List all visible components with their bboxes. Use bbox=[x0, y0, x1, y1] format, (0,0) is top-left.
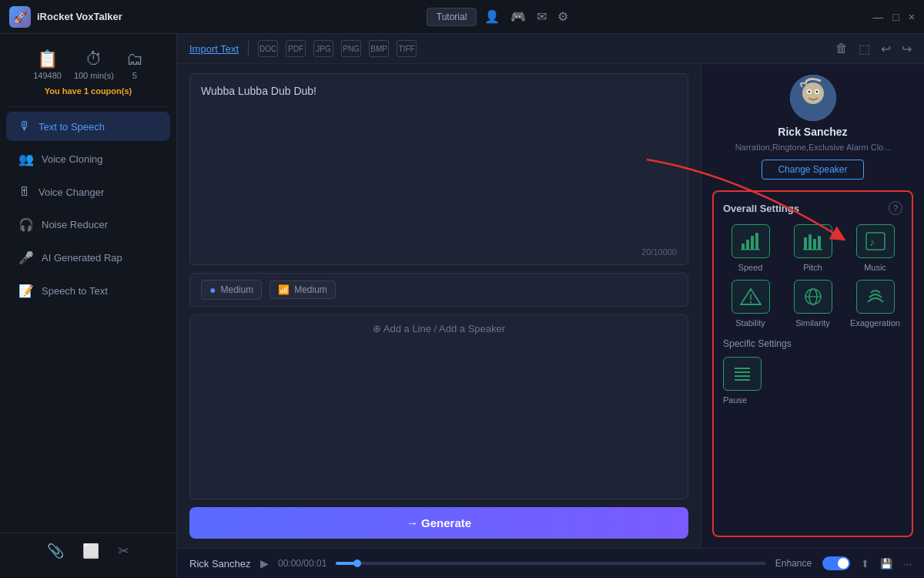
characters-value: 149480 bbox=[33, 71, 62, 80]
speed-icon-box bbox=[732, 224, 770, 258]
maximize-button[interactable]: □ bbox=[892, 11, 899, 23]
sidebar-item-voice-changer[interactable]: 🎚 Voice Changer bbox=[6, 177, 170, 207]
help-icon[interactable]: ? bbox=[889, 201, 902, 215]
titlebar-icons: 👤 🎮 ✉ ⚙ bbox=[484, 9, 568, 24]
noise-icon: 🎧 bbox=[18, 217, 34, 232]
editor-panel: Wubba Lubba Dub Dub! 20/10000 ● Medium 📶… bbox=[177, 64, 924, 548]
monitor-icon[interactable]: ⬜ bbox=[82, 543, 99, 560]
speaker-section: Rick Sanchez Narration,Ringtone,Exclusiv… bbox=[712, 75, 913, 190]
bmp-icon[interactable]: BMP bbox=[369, 40, 389, 57]
sidebar-item-text-to-speech[interactable]: 🎙 Text to Speech bbox=[6, 112, 170, 141]
stt-icon: 📝 bbox=[18, 284, 34, 298]
player-right: Enhance ⬆ 💾 ··· bbox=[775, 556, 912, 570]
svg-rect-9 bbox=[755, 233, 758, 250]
rap-icon: 🎤 bbox=[18, 250, 34, 265]
import-text-button[interactable]: Import Text bbox=[189, 43, 239, 55]
toolbar-right: 🗑 ⬚ ↩ ↪ bbox=[835, 42, 912, 56]
sidebar-item-ai-rap[interactable]: 🎤 AI Generated Rap bbox=[6, 243, 170, 273]
generate-button[interactable]: → Generate bbox=[189, 507, 688, 539]
speed-badge[interactable]: ● Medium bbox=[201, 280, 262, 300]
stt-label: Speech to Text bbox=[42, 285, 108, 297]
svg-rect-12 bbox=[808, 234, 812, 250]
pitch-badge[interactable]: 📶 Medium bbox=[270, 281, 336, 299]
setting-stability[interactable]: Stability bbox=[723, 280, 778, 328]
doc-icon[interactable]: DOC bbox=[258, 40, 278, 57]
tiff-icon[interactable]: TIFF bbox=[397, 40, 417, 57]
settings-icon[interactable]: ⚙ bbox=[557, 9, 568, 24]
minimize-button[interactable]: — bbox=[872, 11, 883, 23]
cut-icon[interactable]: ✂ bbox=[118, 543, 129, 560]
split-icon[interactable]: ⬚ bbox=[859, 42, 870, 56]
save-icon[interactable]: 💾 bbox=[880, 558, 892, 570]
play-button[interactable]: ▶ bbox=[260, 557, 269, 570]
svg-rect-8 bbox=[751, 236, 754, 250]
pdf-icon[interactable]: PDF bbox=[286, 40, 306, 57]
stability-setting-label: Stability bbox=[735, 318, 765, 328]
sidebar-item-speech-to-text[interactable]: 📝 Speech to Text bbox=[6, 276, 170, 306]
titlebar: 🚀 iRocket VoxTalker Tutorial 👤 🎮 ✉ ⚙ — □… bbox=[0, 0, 924, 34]
char-count: 20/10000 bbox=[641, 247, 677, 257]
text-input[interactable]: Wubba Lubba Dub Dub! bbox=[201, 85, 677, 254]
enhance-toggle[interactable] bbox=[822, 556, 850, 570]
overall-settings-title: Overall Settings bbox=[723, 203, 799, 214]
coupon-banner: You have 1 coupon(s) bbox=[0, 83, 176, 103]
sidebar-stats: 📋 149480 ⏱ 100 min(s) 🗂 5 bbox=[0, 43, 176, 83]
overall-settings-panel: Overall Settings ? bbox=[712, 190, 913, 537]
files-value: 5 bbox=[132, 71, 137, 80]
sidebar: 📋 149480 ⏱ 100 min(s) 🗂 5 You have 1 cou… bbox=[0, 34, 177, 578]
music-icon-box: ♪ bbox=[856, 224, 895, 258]
speaker-avatar bbox=[790, 75, 836, 121]
change-speaker-button[interactable]: Change Speaker bbox=[762, 160, 863, 180]
setting-pause[interactable]: Pause bbox=[723, 357, 902, 405]
undo-icon[interactable]: ↩ bbox=[881, 42, 891, 56]
png-icon[interactable]: PNG bbox=[341, 40, 361, 57]
player-speaker-name: Rick Sanchez bbox=[189, 558, 251, 570]
settings-header: Overall Settings ? bbox=[723, 201, 902, 215]
pitch-icon-box bbox=[794, 224, 832, 258]
setting-exaggeration[interactable]: Exaggeration bbox=[848, 280, 902, 328]
similarity-icon-box bbox=[794, 280, 832, 314]
main-layout: 📋 149480 ⏱ 100 min(s) 🗂 5 You have 1 cou… bbox=[0, 34, 924, 578]
jpg-icon[interactable]: JPG bbox=[313, 40, 333, 57]
svg-rect-7 bbox=[746, 240, 749, 250]
toolbar-file-icons: DOC PDF JPG PNG BMP TIFF bbox=[258, 40, 417, 57]
right-panel: Rick Sanchez Narration,Ringtone,Exclusiv… bbox=[701, 64, 924, 548]
music-setting-label: Music bbox=[864, 263, 886, 272]
speed-label: Medium bbox=[220, 284, 253, 295]
gamepad-icon[interactable]: 🎮 bbox=[511, 9, 526, 24]
mail-icon[interactable]: ✉ bbox=[537, 9, 547, 24]
more-icon[interactable]: ··· bbox=[903, 558, 912, 570]
sidebar-item-voice-cloning[interactable]: 👥 Voice Cloning bbox=[6, 144, 170, 174]
svg-rect-6 bbox=[742, 244, 745, 250]
exaggeration-setting-label: Exaggeration bbox=[850, 318, 900, 328]
svg-point-5 bbox=[815, 91, 818, 93]
setting-similarity[interactable]: Similarity bbox=[785, 280, 840, 328]
toolbar: Import Text DOC PDF JPG PNG BMP TIFF 🗑 ⬚… bbox=[177, 34, 924, 64]
svg-rect-11 bbox=[804, 237, 807, 250]
delete-icon[interactable]: 🗑 bbox=[835, 42, 848, 55]
speed-dot: ● bbox=[209, 284, 216, 296]
tutorial-button[interactable]: Tutorial bbox=[427, 8, 477, 26]
progress-bar[interactable] bbox=[336, 562, 765, 565]
svg-point-20 bbox=[749, 301, 751, 303]
sidebar-item-noise-reducer[interactable]: 🎧 Noise Reducer bbox=[6, 210, 170, 240]
pitch-setting-label: Pitch bbox=[803, 263, 822, 272]
stability-icon-box bbox=[732, 280, 770, 314]
titlebar-center: Tutorial 👤 🎮 ✉ ⚙ bbox=[427, 8, 569, 26]
setting-speed[interactable]: Speed bbox=[723, 224, 778, 272]
svg-rect-10 bbox=[741, 249, 760, 250]
changer-icon: 🎚 bbox=[18, 185, 31, 199]
content-area: Import Text DOC PDF JPG PNG BMP TIFF 🗑 ⬚… bbox=[177, 34, 924, 578]
editor-area: Wubba Lubba Dub Dub! 20/10000 ● Medium 📶… bbox=[177, 64, 701, 548]
noise-label: Noise Reducer bbox=[42, 219, 108, 230]
specific-settings-title: Specific Settings bbox=[723, 338, 902, 349]
attachment-icon[interactable]: 📎 bbox=[47, 543, 64, 560]
add-line-button[interactable]: ⊕ Add a Line / Add a Speaker bbox=[189, 314, 688, 500]
sidebar-bottom: 📎 ⬜ ✂ bbox=[0, 533, 176, 569]
upload-icon[interactable]: ⬆ bbox=[861, 558, 869, 570]
user-icon[interactable]: 👤 bbox=[484, 9, 500, 24]
close-button[interactable]: × bbox=[909, 11, 915, 23]
setting-pitch[interactable]: Pitch bbox=[785, 224, 840, 272]
redo-icon[interactable]: ↪ bbox=[902, 42, 912, 56]
setting-music[interactable]: ♪ Music bbox=[848, 224, 902, 272]
